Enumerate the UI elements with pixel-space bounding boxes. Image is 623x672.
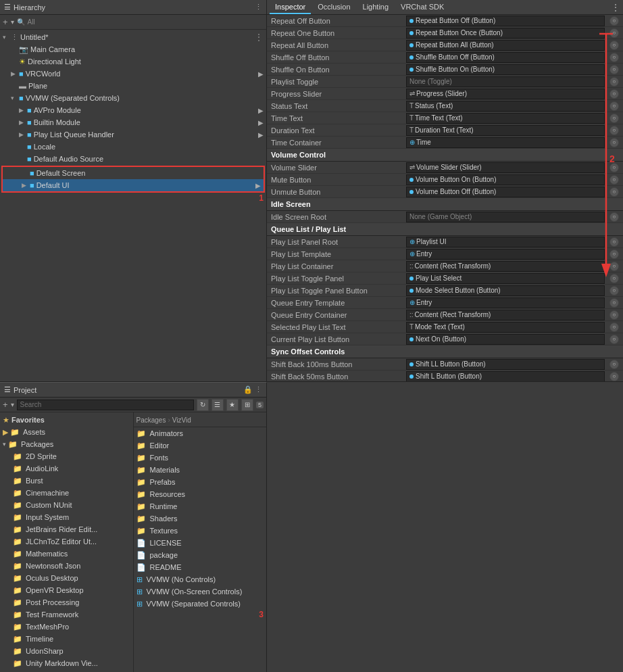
circle-btn-pl1[interactable]: ○ <box>609 249 619 259</box>
circle-btn-pl0[interactable]: ○ <box>609 237 619 247</box>
right-item-readme[interactable]: 📄 README <box>134 561 267 573</box>
tree-item-vrcworld[interactable]: ▶ ■ VRCWorld ▶ <box>0 68 266 80</box>
row-mute-btn[interactable]: Mute Button Volume Button On (Button) ○ <box>267 174 623 186</box>
row-progress-slider[interactable]: Progress Slider ⇌Progress (Slider) ○ <box>267 88 623 100</box>
tab-occlusion[interactable]: Occlusion <box>312 0 355 14</box>
row-queue-entry-container[interactable]: Queue Entry Container ::Content (Rect Tr… <box>267 309 623 321</box>
project-item-mathematics[interactable]: 📁 Mathematics <box>0 548 133 560</box>
circle-btn-mute[interactable]: ○ <box>609 175 619 185</box>
row-repeat-off[interactable]: Repeat Off Button Repeat Button Off (But… <box>267 15 623 27</box>
circle-btn-5[interactable]: ○ <box>609 77 619 87</box>
expand-arrow[interactable]: ▾ <box>3 34 11 41</box>
row-duration-text[interactable]: Duration Text TDuration Text (Text) ○ <box>267 124 623 137</box>
inspector-options[interactable]: ⋮ <box>611 2 620 13</box>
project-item-jlchntz[interactable]: 📁 JLChnToZ Editor Ut... <box>0 535 133 548</box>
tree-item-locale[interactable]: ■ Locale <box>0 141 266 153</box>
right-item-vvmw-no[interactable]: ⊞ VVMW (No Controls) <box>134 573 267 585</box>
circle-btn-vol[interactable]: ○ <box>609 163 619 172</box>
project-item-customnunit[interactable]: 📁 Custom NUnit <box>0 499 133 511</box>
circle-btn-7[interactable]: ○ <box>609 101 619 111</box>
circle-btn-6[interactable]: ○ <box>609 89 619 99</box>
right-item-textures[interactable]: 📁 Textures <box>134 525 267 537</box>
tree-item-directional-light[interactable]: ☀ Directional Light <box>0 55 266 68</box>
circle-btn-pl4[interactable]: ○ <box>609 286 619 295</box>
project-item-unity-ui[interactable]: 📁 Unity UI <box>0 669 133 672</box>
tree-item-main-camera[interactable]: 📷 Main Camera <box>0 43 266 55</box>
hierarchy-add-button[interactable]: + <box>3 17 8 27</box>
tree-item-untitled[interactable]: ▾ ⋮ Untitled* ⋮ <box>0 31 266 43</box>
right-item-resources[interactable]: 📁 Resources <box>134 488 267 500</box>
project-lock-icon[interactable]: 🔒 <box>243 385 253 394</box>
circle-btn-0[interactable]: ○ <box>609 16 619 26</box>
star-icon[interactable]: ★ <box>226 399 239 411</box>
project-item-openvr[interactable]: 📁 OpenVR Desktop <box>0 584 133 596</box>
project-item-burst[interactable]: 📁 Burst <box>0 475 133 487</box>
project-item-jetbrains[interactable]: 📁 JetBrains Rider Edit... <box>0 523 133 535</box>
row-playlist-toggle[interactable]: Playlist Toggle None (Toggle) ○ <box>267 76 623 88</box>
right-item-editor[interactable]: 📁 Editor <box>134 439 267 452</box>
column-icon[interactable]: ⊞ <box>241 399 253 411</box>
project-item-assets[interactable]: ▶ 📁 Assets <box>0 426 133 438</box>
project-item-2dsprite[interactable]: 📁 2D Sprite <box>0 450 133 462</box>
tree-item-builtin[interactable]: ▶ ■ Builtin Module ▶ <box>0 116 266 128</box>
circle-btn-pl7[interactable]: ○ <box>609 322 619 332</box>
circle-btn-sync0[interactable]: ○ <box>609 360 619 369</box>
tree-item-plane[interactable]: ▬ Plane <box>0 80 266 92</box>
circle-btn-pl3[interactable]: ○ <box>609 274 619 283</box>
right-item-vvmw-sep[interactable]: ⊞ VVMW (Separated Controls) <box>134 598 267 610</box>
add-dropdown-icon[interactable]: ▾ <box>11 401 14 408</box>
row-playlist-container[interactable]: Play List Container ::Content (Rect Tran… <box>267 260 623 272</box>
circle-btn-8[interactable]: ○ <box>609 114 619 123</box>
row-shift-back-50[interactable]: Shift Back 50ms Button Shift L Button (B… <box>267 370 623 381</box>
tab-inspector[interactable]: Inspector <box>270 0 311 14</box>
tab-vrchat-sdk[interactable]: VRChat SDK <box>395 0 449 14</box>
row-playlist-template[interactable]: Play List Template ⊕Entry ○ <box>267 248 623 260</box>
project-item-cinemachine[interactable]: 📁 Cinemachine <box>0 487 133 499</box>
project-search-input[interactable] <box>17 400 194 410</box>
project-item-postprocessing[interactable]: 📁 Post Processing <box>0 596 133 608</box>
right-item-vvmw-on[interactable]: ⊞ VVMW (On-Screen Controls) <box>134 585 267 598</box>
circle-btn-2[interactable]: ○ <box>609 41 619 50</box>
right-item-fonts[interactable]: 📁 Fonts <box>134 452 267 464</box>
project-item-packages[interactable]: ▾ 📁 Packages <box>0 438 133 450</box>
right-item-package[interactable]: 📄 package <box>134 549 267 561</box>
row-status-text[interactable]: Status Text TStatus (Text) ○ <box>267 100 623 112</box>
row-queue-entry-template[interactable]: Queue Entry Template ⊕Entry ○ <box>267 297 623 309</box>
row-playlist-toggle-panel[interactable]: Play List Toggle Panel Play List Select … <box>267 272 623 285</box>
circle-btn-unmute[interactable]: ○ <box>609 187 619 197</box>
tab-lighting[interactable]: Lighting <box>357 0 395 14</box>
refresh-icon[interactable]: ↻ <box>197 399 209 411</box>
project-item-inputsystem[interactable]: 📁 Input System <box>0 511 133 523</box>
right-item-runtime[interactable]: 📁 Runtime <box>134 500 267 512</box>
circle-btn-pl6[interactable]: ○ <box>609 310 619 320</box>
right-item-materials[interactable]: 📁 Materials <box>134 464 267 476</box>
circle-btn-pl2[interactable]: ○ <box>609 262 619 271</box>
row-shuffle-off[interactable]: Shuffle Off Button Shuffle Button Off (B… <box>267 51 623 64</box>
right-item-prefabs[interactable]: 📁 Prefabs <box>134 476 267 488</box>
row-time-container[interactable]: Time Container ⊕Time ○ <box>267 137 623 149</box>
hierarchy-dropdown-button[interactable]: ▾ <box>11 18 14 26</box>
row-repeat-all[interactable]: Repeat All Button Repeat Button All (But… <box>267 39 623 51</box>
filter-icon[interactable]: ☰ <box>211 399 224 411</box>
row-playlist-toggle-panel-btn[interactable]: Play List Toggle Panel Button Mode Selec… <box>267 285 623 297</box>
tree-item-default-ui[interactable]: ▶ ■ Default UI ▶ <box>3 179 264 191</box>
circle-btn-9[interactable]: ○ <box>609 126 619 135</box>
row-repeat-one[interactable]: Repeat One Button Repeat Button Once (Bu… <box>267 27 623 39</box>
project-options-icon[interactable]: ⋮ <box>255 385 262 394</box>
project-item-textmeshpro[interactable]: 📁 TextMeshPro <box>0 621 133 633</box>
project-item-favorites[interactable]: ★ Favorites <box>0 414 133 426</box>
circle-btn-3[interactable]: ○ <box>609 53 619 62</box>
right-item-license[interactable]: 📄 LICENSE <box>134 537 267 549</box>
project-item-newtonsoft[interactable]: 📁 Newtonsoft Json <box>0 560 133 572</box>
right-item-animators[interactable]: 📁 Animators <box>134 427 267 439</box>
circle-btn-10[interactable]: ○ <box>609 138 619 147</box>
row-volume-slider[interactable]: Volume Slider ⇌Volume Slider (Slider) ○ <box>267 162 623 174</box>
tree-item-default-screen[interactable]: ■ Default Screen <box>3 167 264 179</box>
expand-packages-icon[interactable]: ▾ <box>3 441 6 448</box>
project-item-testframework[interactable]: 📁 Test Framework <box>0 608 133 621</box>
add-icon[interactable]: + <box>3 400 8 410</box>
row-current-playlist-btn[interactable]: Current Play List Button Next On (Button… <box>267 333 623 345</box>
circle-btn-sync1[interactable]: ○ <box>609 372 619 381</box>
row-unmute-btn[interactable]: Unmute Button Volume Button Off (Button)… <box>267 186 623 198</box>
circle-btn-pl5[interactable]: ○ <box>609 298 619 308</box>
